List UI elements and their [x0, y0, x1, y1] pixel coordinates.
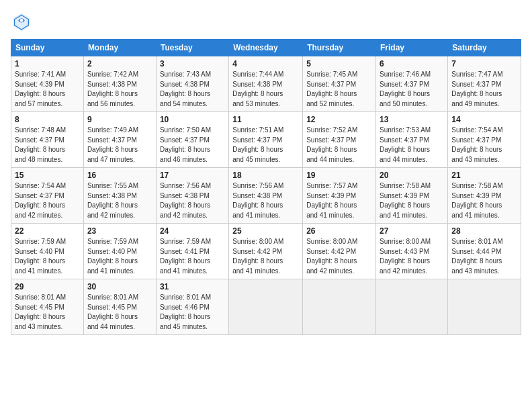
day-info: Sunrise: 7:46 AMSunset: 4:37 PMDaylight:…	[380, 70, 444, 109]
day-cell: 30Sunrise: 8:01 AMSunset: 4:45 PMDayligh…	[83, 279, 156, 335]
day-info: Sunrise: 7:55 AMSunset: 4:38 PMDaylight:…	[87, 181, 152, 220]
day-number: 6	[380, 59, 444, 68]
day-info: Sunrise: 8:01 AMSunset: 4:45 PMDaylight:…	[87, 293, 152, 332]
day-info: Sunrise: 8:00 AMSunset: 4:42 PMDaylight:…	[232, 237, 299, 276]
day-info: Sunrise: 7:56 AMSunset: 4:38 PMDaylight:…	[160, 181, 225, 220]
day-info: Sunrise: 7:42 AMSunset: 4:38 PMDaylight:…	[87, 70, 152, 109]
day-number: 25	[232, 226, 299, 236]
logo-icon	[11, 11, 32, 32]
day-info: Sunrise: 7:51 AMSunset: 4:37 PMDaylight:…	[232, 126, 299, 165]
day-info: Sunrise: 7:50 AMSunset: 4:37 PMDaylight:…	[160, 126, 225, 165]
day-cell: 7Sunrise: 7:47 AMSunset: 4:37 PMDaylight…	[448, 56, 521, 112]
week-row-3: 15Sunrise: 7:54 AMSunset: 4:37 PMDayligh…	[11, 168, 521, 224]
header-day-monday: Monday	[83, 40, 156, 56]
day-cell: 11Sunrise: 7:51 AMSunset: 4:37 PMDayligh…	[229, 112, 303, 168]
day-cell: 6Sunrise: 7:46 AMSunset: 4:37 PMDaylight…	[376, 56, 448, 112]
day-info: Sunrise: 7:48 AMSunset: 4:37 PMDaylight:…	[15, 126, 80, 165]
day-number: 30	[87, 282, 152, 291]
header	[11, 11, 521, 32]
day-cell: 19Sunrise: 7:57 AMSunset: 4:39 PMDayligh…	[303, 168, 376, 224]
day-cell: 18Sunrise: 7:56 AMSunset: 4:38 PMDayligh…	[229, 168, 303, 224]
day-number: 1	[15, 59, 80, 68]
day-cell: 1Sunrise: 7:41 AMSunset: 4:39 PMDaylight…	[11, 56, 84, 112]
day-number: 23	[87, 226, 152, 236]
day-info: Sunrise: 8:01 AMSunset: 4:45 PMDaylight:…	[15, 293, 80, 332]
day-cell: 3Sunrise: 7:43 AMSunset: 4:38 PMDaylight…	[156, 56, 228, 112]
header-day-thursday: Thursday	[303, 40, 376, 56]
day-info: Sunrise: 7:59 AMSunset: 4:40 PMDaylight:…	[15, 237, 80, 276]
day-number: 7	[451, 59, 517, 68]
page-container: SundayMondayTuesdayWednesdayThursdayFrid…	[0, 0, 532, 342]
day-info: Sunrise: 7:56 AMSunset: 4:38 PMDaylight:…	[232, 181, 299, 220]
day-cell: 4Sunrise: 7:44 AMSunset: 4:38 PMDaylight…	[229, 56, 303, 112]
day-cell: 27Sunrise: 8:00 AMSunset: 4:43 PMDayligh…	[376, 224, 448, 279]
day-number: 11	[232, 115, 299, 124]
day-number: 12	[306, 115, 372, 124]
day-info: Sunrise: 7:59 AMSunset: 4:40 PMDaylight:…	[87, 237, 152, 276]
day-cell: 8Sunrise: 7:48 AMSunset: 4:37 PMDaylight…	[11, 112, 84, 168]
day-info: Sunrise: 7:59 AMSunset: 4:41 PMDaylight:…	[160, 237, 225, 276]
day-cell: 28Sunrise: 8:01 AMSunset: 4:44 PMDayligh…	[448, 224, 521, 279]
day-number: 29	[15, 282, 80, 291]
day-cell: 2Sunrise: 7:42 AMSunset: 4:38 PMDaylight…	[83, 56, 156, 112]
day-info: Sunrise: 7:41 AMSunset: 4:39 PMDaylight:…	[15, 70, 80, 109]
day-number: 19	[306, 171, 372, 180]
day-info: Sunrise: 7:43 AMSunset: 4:38 PMDaylight:…	[160, 70, 225, 109]
header-day-friday: Friday	[376, 40, 448, 56]
day-cell: 17Sunrise: 7:56 AMSunset: 4:38 PMDayligh…	[156, 168, 228, 224]
day-number: 10	[160, 115, 225, 124]
day-cell	[376, 279, 448, 335]
day-number: 16	[87, 171, 152, 180]
day-cell: 20Sunrise: 7:58 AMSunset: 4:39 PMDayligh…	[376, 168, 448, 224]
week-row-5: 29Sunrise: 8:01 AMSunset: 4:45 PMDayligh…	[11, 279, 521, 335]
day-info: Sunrise: 8:01 AMSunset: 4:44 PMDaylight:…	[451, 237, 517, 276]
day-number: 2	[87, 59, 152, 68]
day-info: Sunrise: 8:01 AMSunset: 4:46 PMDaylight:…	[160, 293, 225, 332]
header-day-tuesday: Tuesday	[156, 40, 228, 56]
day-number: 15	[15, 171, 80, 180]
day-number: 18	[232, 171, 299, 180]
day-info: Sunrise: 7:57 AMSunset: 4:39 PMDaylight:…	[306, 181, 372, 220]
week-row-4: 22Sunrise: 7:59 AMSunset: 4:40 PMDayligh…	[11, 224, 521, 279]
day-cell: 24Sunrise: 7:59 AMSunset: 4:41 PMDayligh…	[156, 224, 228, 279]
day-info: Sunrise: 8:00 AMSunset: 4:43 PMDaylight:…	[380, 237, 444, 276]
day-cell: 25Sunrise: 8:00 AMSunset: 4:42 PMDayligh…	[229, 224, 303, 279]
day-cell: 15Sunrise: 7:54 AMSunset: 4:37 PMDayligh…	[11, 168, 84, 224]
header-day-saturday: Saturday	[448, 40, 521, 56]
day-cell: 16Sunrise: 7:55 AMSunset: 4:38 PMDayligh…	[83, 168, 156, 224]
day-cell	[448, 279, 521, 335]
day-cell: 29Sunrise: 8:01 AMSunset: 4:45 PMDayligh…	[11, 279, 84, 335]
day-info: Sunrise: 7:58 AMSunset: 4:39 PMDaylight:…	[380, 181, 444, 220]
day-number: 4	[232, 59, 299, 68]
day-number: 14	[451, 115, 517, 124]
day-cell: 5Sunrise: 7:45 AMSunset: 4:37 PMDaylight…	[303, 56, 376, 112]
day-cell: 10Sunrise: 7:50 AMSunset: 4:37 PMDayligh…	[156, 112, 228, 168]
day-cell: 9Sunrise: 7:49 AMSunset: 4:37 PMDaylight…	[83, 112, 156, 168]
day-number: 20	[380, 171, 444, 180]
day-info: Sunrise: 7:54 AMSunset: 4:37 PMDaylight:…	[451, 126, 517, 165]
day-number: 22	[15, 226, 80, 236]
day-info: Sunrise: 8:00 AMSunset: 4:42 PMDaylight:…	[306, 237, 372, 276]
logo	[11, 11, 35, 32]
day-number: 28	[451, 226, 517, 236]
day-cell: 21Sunrise: 7:58 AMSunset: 4:39 PMDayligh…	[448, 168, 521, 224]
day-cell	[229, 279, 303, 335]
day-cell	[303, 279, 376, 335]
day-number: 5	[306, 59, 372, 68]
day-info: Sunrise: 7:49 AMSunset: 4:37 PMDaylight:…	[87, 126, 152, 165]
week-row-2: 8Sunrise: 7:48 AMSunset: 4:37 PMDaylight…	[11, 112, 521, 168]
day-info: Sunrise: 7:52 AMSunset: 4:37 PMDaylight:…	[306, 126, 372, 165]
day-cell: 31Sunrise: 8:01 AMSunset: 4:46 PMDayligh…	[156, 279, 228, 335]
day-number: 24	[160, 226, 225, 236]
day-cell: 22Sunrise: 7:59 AMSunset: 4:40 PMDayligh…	[11, 224, 84, 279]
day-number: 3	[160, 59, 225, 68]
week-row-1: 1Sunrise: 7:41 AMSunset: 4:39 PMDaylight…	[11, 56, 521, 112]
day-info: Sunrise: 7:58 AMSunset: 4:39 PMDaylight:…	[451, 181, 517, 220]
day-info: Sunrise: 7:54 AMSunset: 4:37 PMDaylight:…	[15, 181, 80, 220]
header-day-sunday: Sunday	[11, 40, 84, 56]
day-number: 13	[380, 115, 444, 124]
day-number: 17	[160, 171, 225, 180]
day-number: 27	[380, 226, 444, 236]
day-number: 21	[451, 171, 517, 180]
day-info: Sunrise: 7:45 AMSunset: 4:37 PMDaylight:…	[306, 70, 372, 109]
